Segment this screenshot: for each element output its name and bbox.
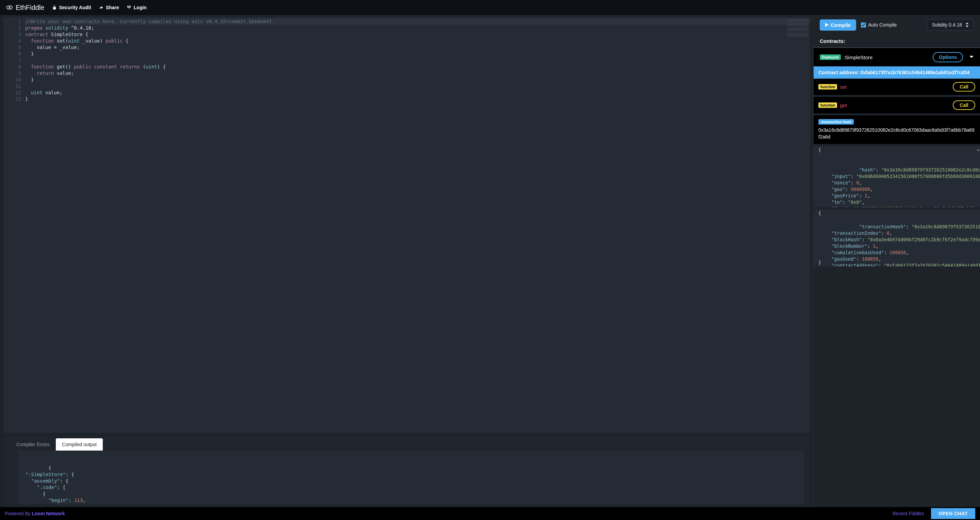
footer-bar: Powered By Loom Network Recent Fiddles O… xyxy=(0,507,980,520)
auto-compile-checkbox[interactable] xyxy=(861,22,866,27)
resize-handle[interactable]: ▬ xyxy=(977,147,979,153)
output-panel: Compiler Errors Compiled output { { ":Si… xyxy=(3,436,810,507)
contracts-header: Contracts: xyxy=(814,35,980,48)
powered-by: Powered By Loom Network xyxy=(5,511,65,516)
recent-fiddles-link[interactable]: Recent Fiddles xyxy=(892,511,924,516)
function-row-set: function set Call xyxy=(814,79,980,95)
login-label: Login xyxy=(134,5,147,10)
function-row-get: function get Call xyxy=(814,97,980,113)
share-label: Share xyxy=(106,5,119,10)
code-body[interactable]: //Write your own contracts here. Current… xyxy=(25,17,810,433)
sort-icon xyxy=(966,22,969,27)
contract-name: :SimpleStore xyxy=(843,54,873,60)
function-badge: function xyxy=(818,102,837,108)
share-link[interactable]: Share xyxy=(99,5,119,10)
loom-link[interactable]: Loom Network xyxy=(32,511,65,516)
share-icon xyxy=(99,5,103,10)
line-gutter: 12345678910111213 xyxy=(3,17,25,433)
options-button[interactable]: Options xyxy=(933,52,963,62)
code-editor[interactable]: 12345678910111213 //Write your own contr… xyxy=(3,17,810,433)
tx-hash-value: 0x3a16c8d89879f937262510082e2c8cd0c67063… xyxy=(818,127,975,140)
call-button-set[interactable]: Call xyxy=(953,82,975,92)
compile-label: Compile xyxy=(830,22,851,28)
transaction-block: :transaction hash 0x3a16c8d89879f9372625… xyxy=(814,115,980,144)
deployed-badge: Deployed xyxy=(820,54,841,60)
function-name: set xyxy=(840,84,846,90)
chevron-down-icon xyxy=(969,54,974,59)
tx-hash-badge: :transaction hash xyxy=(818,119,854,124)
function-badge: function xyxy=(818,84,837,89)
security-audit-label: Security Audit xyxy=(59,5,91,10)
logo-icon xyxy=(6,4,13,11)
brand-logo[interactable]: EthFiddle xyxy=(6,4,45,11)
security-audit-link[interactable]: Security Audit xyxy=(52,5,91,10)
call-button-get[interactable]: Call xyxy=(953,100,975,110)
tx-json-1[interactable]: { ▬ "hash": "0x3a16c8d89879f937262510082… xyxy=(814,146,980,207)
svg-point-1 xyxy=(9,6,12,9)
auto-compile-toggle[interactable]: Auto Compile xyxy=(861,22,897,27)
contract-row: Deployed :SimpleStore Options xyxy=(814,48,980,66)
expand-toggle[interactable] xyxy=(969,54,974,60)
compiled-output-body[interactable]: { { ":SimpleStore": { "assembly": { ".co… xyxy=(18,450,804,504)
solidity-version-select[interactable]: Solidity 0.4.18 xyxy=(927,19,974,31)
auto-compile-label: Auto Compile xyxy=(868,22,897,27)
top-nav: EthFiddle Security Audit Share Login xyxy=(0,0,980,15)
address-value: 0xfab6173f7a1b76381c54641489a1ab91e2f7cd… xyxy=(861,70,970,75)
open-chat-button[interactable]: OPEN CHAT xyxy=(931,508,975,519)
login-link[interactable]: Login xyxy=(127,5,147,10)
brand-text: EthFiddle xyxy=(16,4,45,11)
svg-point-2 xyxy=(127,6,129,7)
tab-compiler-errors[interactable]: Compiler Errors xyxy=(10,438,56,450)
svg-point-3 xyxy=(129,6,130,7)
function-name: get xyxy=(840,102,847,108)
lock-icon xyxy=(52,5,57,10)
version-label: Solidity 0.4.18 xyxy=(932,22,962,27)
tx-json-2[interactable]: { "transactionHash": "0x3a16c8d89879f937… xyxy=(814,209,980,266)
login-icon xyxy=(127,5,131,10)
tab-compiled-output[interactable]: Compiled output xyxy=(56,438,103,450)
address-label: Contract address: xyxy=(818,70,861,75)
play-icon xyxy=(825,23,829,27)
compile-button[interactable]: Compile xyxy=(820,19,856,31)
contract-address-bar: Contract address: 0xfab6173f7a1b76381c54… xyxy=(814,66,980,79)
